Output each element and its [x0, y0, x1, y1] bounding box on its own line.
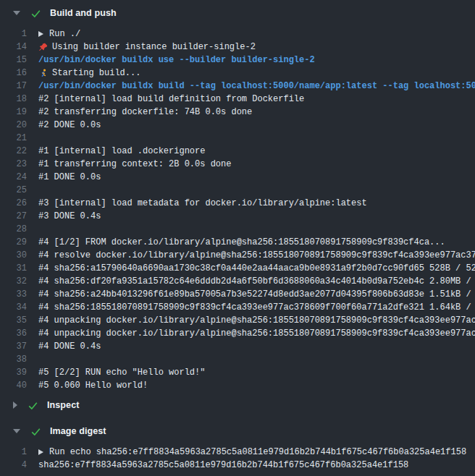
line-number[interactable]: 18 [0, 93, 27, 106]
log-line-content: Starting build... [38, 67, 475, 80]
workflow-log-viewer: Build and push1Run ./14Using builder ins… [0, 0, 475, 476]
log-line: 1Run ./ [0, 27, 475, 41]
log-line: 40#5 0.060 Hello world! [0, 379, 475, 392]
log-line: 27#3 DONE 0.4s [0, 210, 475, 223]
workflow-steps: Build and push1Run ./14Using builder ins… [0, 0, 475, 472]
log-text: #1 [internal] load .dockerignore [38, 145, 205, 158]
line-number[interactable]: 19 [0, 106, 27, 119]
log-line: 35#4 unpacking docker.io/library/alpine@… [0, 314, 475, 327]
log-line-content [38, 353, 475, 366]
line-number[interactable]: 21 [0, 132, 27, 145]
log-line-content: #4 [1/2] FROM docker.io/library/alpine@s… [38, 236, 475, 249]
log-line: 20#2 DONE 0.0s [0, 119, 475, 132]
log-line: 1Run echo sha256:e7ff8834a5963a2785c5a08… [0, 446, 475, 459]
line-number[interactable]: 27 [0, 210, 27, 223]
log-line-content: #4 sha256:a15790640a6690aa1730c38cf0a440… [38, 262, 475, 275]
log-text: #4 unpacking docker.io/library/alpine@sh… [38, 327, 475, 340]
log-line-content [38, 132, 475, 145]
log-line: 19#2 transferring dockerfile: 74B 0.0s d… [0, 106, 475, 119]
line-number[interactable]: 39 [0, 366, 27, 379]
line-number[interactable]: 20 [0, 119, 27, 132]
log-line-content: #4 unpacking docker.io/library/alpine@sh… [38, 314, 475, 327]
line-number[interactable]: 23 [0, 158, 27, 171]
log-line: 16Starting build... [0, 67, 475, 80]
line-number[interactable]: 28 [0, 223, 27, 236]
log-line: 28 [0, 223, 475, 236]
success-check-icon [31, 8, 41, 18]
line-number[interactable]: 25 [0, 184, 27, 197]
log-line-content [38, 223, 475, 236]
line-number[interactable]: 30 [0, 249, 27, 262]
log-line-content: #5 [2/2] RUN echo "Hello world!" [38, 366, 475, 379]
log-line-content: /usr/bin/docker buildx build --tag local… [38, 80, 475, 93]
line-number[interactable]: 40 [0, 379, 27, 392]
log-text: #4 [1/2] FROM docker.io/library/alpine@s… [38, 236, 445, 249]
chevron-right-icon[interactable] [13, 401, 17, 409]
log-text: #3 DONE 0.4s [38, 210, 101, 223]
log-line: 39#5 [2/2] RUN echo "Hello world!" [0, 366, 475, 379]
log-text: #1 DONE 0.0s [38, 171, 101, 184]
log-line: 18#2 [internal] load build definition fr… [0, 93, 475, 106]
step-log: 1Run ./14Using builder instance builder-… [0, 26, 475, 392]
line-number[interactable]: 16 [0, 67, 27, 80]
log-line: 26#3 [internal] load metadata for docker… [0, 197, 475, 210]
log-line: 17/usr/bin/docker buildx build --tag loc… [0, 80, 475, 93]
log-line: 15/usr/bin/docker buildx use --builder b… [0, 54, 475, 67]
line-number[interactable]: 32 [0, 275, 27, 288]
log-text: #4 unpacking docker.io/library/alpine@sh… [38, 314, 475, 327]
log-line: 25 [0, 184, 475, 197]
line-number[interactable]: 36 [0, 327, 27, 340]
log-line-content: #2 [internal] load build definition from… [38, 93, 475, 106]
log-text: Using builder instance builder-single-2 [52, 41, 256, 54]
log-line-content: Run echo sha256:e7ff8834a5963a2785c5a081… [38, 446, 475, 459]
log-line-content: #4 sha256:df20fa9351a15782c64e6dddb2d4a6… [38, 275, 475, 288]
line-number[interactable]: 1 [0, 446, 27, 459]
line-number[interactable]: 29 [0, 236, 27, 249]
log-text: #4 sha256:df20fa9351a15782c64e6dddb2d4a6… [38, 275, 475, 288]
log-text: #4 sha256:185518070891758909c9f839cf4ca3… [38, 301, 475, 314]
line-number[interactable]: 38 [0, 353, 27, 366]
line-number[interactable]: 33 [0, 288, 27, 301]
expand-command-icon[interactable] [38, 449, 43, 455]
expand-command-icon[interactable] [38, 31, 43, 37]
log-text: Starting build... [52, 67, 140, 80]
step-title: Inspect [47, 400, 79, 410]
step-header-image-digest[interactable]: Image digest [0, 418, 475, 444]
log-line: 21 [0, 132, 475, 145]
log-text: Run ./ [49, 27, 80, 41]
log-line: 38 [0, 353, 475, 366]
log-text: #2 transferring dockerfile: 74B 0.0s don… [38, 106, 252, 119]
line-number[interactable]: 34 [0, 301, 27, 314]
log-line-content: #3 DONE 0.4s [38, 210, 475, 223]
line-number[interactable]: 35 [0, 314, 27, 327]
line-number[interactable]: 14 [0, 41, 27, 54]
line-number[interactable]: 26 [0, 197, 27, 210]
line-number[interactable]: 22 [0, 145, 27, 158]
chevron-down-icon[interactable] [13, 11, 20, 15]
line-number[interactable]: 17 [0, 80, 27, 93]
log-line: 4sha256:e7ff8834a5963a2785c5a0811e979d16… [0, 459, 475, 472]
line-number[interactable]: 1 [0, 27, 27, 41]
chevron-down-icon[interactable] [13, 429, 20, 433]
log-line: 37#4 DONE 0.4s [0, 340, 475, 353]
log-text: #2 [internal] load build definition from… [38, 93, 304, 106]
log-text: #4 sha256:a24bb4013296f61e89ba57005a7b3e… [38, 288, 475, 301]
line-number[interactable]: 24 [0, 171, 27, 184]
log-text: #4 DONE 0.4s [38, 340, 101, 353]
log-line-content [38, 184, 475, 197]
log-text: #5 0.060 Hello world! [38, 379, 148, 392]
log-text: sha256:e7ff8834a5963a2785c5a0811e979d16b… [38, 459, 408, 472]
log-line: 24#1 DONE 0.0s [0, 171, 475, 184]
step-header-inspect[interactable]: Inspect [0, 392, 475, 418]
line-number[interactable]: 15 [0, 54, 27, 67]
command-text: /usr/bin/docker buildx build --tag local… [38, 80, 475, 93]
log-text: #2 DONE 0.0s [38, 119, 101, 132]
log-line-content: #1 transferring context: 2B 0.0s done [38, 158, 475, 171]
line-number[interactable]: 31 [0, 262, 27, 275]
log-line-content: #4 resolve docker.io/library/alpine@sha2… [38, 249, 475, 262]
line-number[interactable]: 37 [0, 340, 27, 353]
line-number[interactable]: 4 [0, 459, 27, 472]
step-header-build-and-push[interactable]: Build and push [0, 0, 475, 26]
log-line-content: #3 [internal] load metadata for docker.i… [38, 197, 475, 210]
success-check-icon [31, 426, 41, 436]
